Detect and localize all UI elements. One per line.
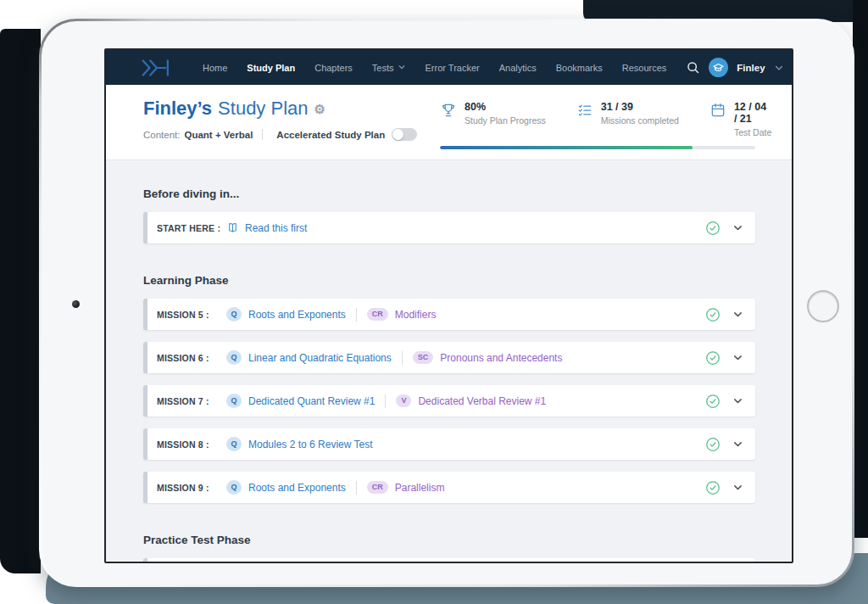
mission-link[interactable]: Pronouns and Antecedents [440,352,562,364]
mission-items: QLinear and Quadratic EquationsSCPronoun… [226,350,704,365]
nav-items: HomeStudy PlanChaptersTestsError Tracker… [203,62,686,73]
tablet-bezel: HomeStudy PlanChaptersTestsError Tracker… [42,21,852,584]
stat-label: Study Plan Progress [465,115,546,126]
chevron-down-icon [398,63,406,73]
nav-item-tests[interactable]: Tests [372,62,406,73]
section-heading: Learning Phase [143,274,755,287]
tablet-frame: HomeStudy PlanChaptersTestsError Tracker… [39,19,854,587]
chevron-down-icon[interactable] [732,482,743,493]
mission-label: MISSION 8 : [157,439,226,450]
nav-item-resources[interactable]: Resources [622,63,667,73]
nav-item-bookmarks[interactable]: Bookmarks [556,63,603,73]
nav-item-study-plan[interactable]: Study Plan [247,63,295,73]
mission-card[interactable]: MISSION 6 :QLinear and Quadratic Equatio… [143,342,755,373]
mission-label: START HERE : [157,223,226,233]
chevron-down-icon[interactable] [732,309,743,320]
nav-item-label: Analytics [499,63,537,73]
mission-card[interactable]: MISSION 8 :QModules 2 to 6 Review Test [143,428,755,460]
trophy-icon [440,102,457,122]
chevron-down-icon[interactable] [732,395,743,406]
user-menu[interactable]: Finley [737,63,765,73]
mission-link[interactable]: Linear and Quadratic Equations [248,352,392,364]
mission-actions [704,479,743,496]
mission-actions [704,220,743,237]
home-button[interactable] [807,290,839,322]
mission-label: MISSION 7 : [157,396,226,406]
page-title-rest: Study Plan [218,98,308,120]
mission-card[interactable]: MISSION 5 :QRoots and ExponentsCRModifie… [143,299,755,330]
section-heading: Practice Test Phase [143,534,755,546]
content-label: Content: [143,130,180,140]
mission-actions [704,350,743,366]
section-practice-test-phase: Practice Test PhaseMISSION 10 :Take Exam… [143,534,755,562]
mission-items: QRoots and ExponentsCRParallelism [226,480,704,495]
divider [356,308,357,322]
checklist-icon [576,102,593,122]
nav-item-label: Resources [622,63,667,73]
user-chevron-down-icon[interactable] [774,63,784,73]
chevron-down-icon[interactable] [732,439,743,450]
mission-link[interactable]: Modifiers [395,309,437,321]
subject-badge: SC [413,351,434,364]
check-circle-icon [704,479,721,496]
mission-label: MISSION 6 : [157,353,226,363]
mission-label: MISSION 5 : [157,310,226,320]
nav-item-analytics[interactable]: Analytics [499,63,537,73]
toggle-knob [392,129,403,140]
nav-item-error-tracker[interactable]: Error Tracker [426,63,480,73]
stat-label: Missions completed [601,115,679,126]
nav-item-label: Study Plan [247,63,295,73]
nav-item-home[interactable]: Home [203,63,227,73]
check-circle-icon [704,350,721,366]
page-background: HomeStudy PlanChaptersTestsError Tracker… [0,0,868,604]
page-title-name: Finley’s [143,98,212,120]
mission-link[interactable]: Roots and Exponents [248,309,346,321]
check-circle-icon [704,220,721,237]
avatar[interactable] [709,58,728,77]
mission-actions [704,306,743,323]
accelerated-toggle[interactable] [392,128,417,141]
navbar-right: Finley [686,58,783,77]
book-icon [226,221,239,234]
study-plan-progress-bar [440,146,755,149]
graduation-cap-icon [712,61,725,74]
mission-link[interactable]: Read this first [245,222,307,234]
stat-value: 80% [465,101,546,113]
mission-link[interactable]: Modules 2 to 6 Review Test [248,439,373,450]
subject-badge: Q [226,437,242,451]
mission-link[interactable]: Dedicated Quant Review #1 [248,395,375,407]
stat-missions-completed: 31 / 39Missions completed [576,101,679,126]
mission-label: MISSION 9 : [157,483,226,493]
divider [402,351,403,365]
subject-badge: Q [226,350,242,365]
mission-card[interactable]: MISSION 7 :QDedicated Quant Review #1VDe… [143,385,755,417]
nav-item-chapters[interactable]: Chapters [314,63,353,73]
search-icon[interactable] [686,60,700,75]
mission-link[interactable]: Parallelism [395,482,445,494]
nav-item-label: Home [203,63,227,73]
ttp-logo-icon[interactable] [140,58,174,78]
chevron-down-icon[interactable] [732,352,743,363]
mission-actions [704,393,743,410]
stats-block: 80%Study Plan Progress31 / 39Missions co… [440,98,755,149]
mission-card[interactable]: MISSION 9 :QRoots and ExponentsCRParalle… [143,472,755,503]
stat-label: Test Date [734,127,771,137]
nav-item-label: Error Tracker [426,63,480,73]
chevron-down-icon[interactable] [732,222,743,233]
check-circle-icon [704,393,721,410]
mission-card[interactable]: MISSION 10 :Take Exam 1 from GMAT Offici… [143,558,755,562]
subject-badge: Q [226,480,242,495]
camera-dot [72,300,80,308]
stat-value: 12 / 04 / 21 [734,101,771,125]
accelerated-label: Accelerated Study Plan [276,130,385,140]
mission-link[interactable]: Dedicated Verbal Review #1 [418,395,546,407]
gear-icon[interactable]: ⚙ [314,103,326,115]
check-circle-icon [704,436,721,453]
page-title: Finley’s Study Plan ⚙ [143,98,417,120]
mission-link[interactable]: Roots and Exponents [248,482,346,494]
subject-badge: CR [367,481,388,494]
mission-items: QModules 2 to 6 Review Test [226,437,704,451]
navbar: HomeStudy PlanChaptersTestsError Tracker… [106,50,792,85]
check-circle-icon [704,306,721,323]
mission-card[interactable]: START HERE :Read this first [143,212,755,243]
